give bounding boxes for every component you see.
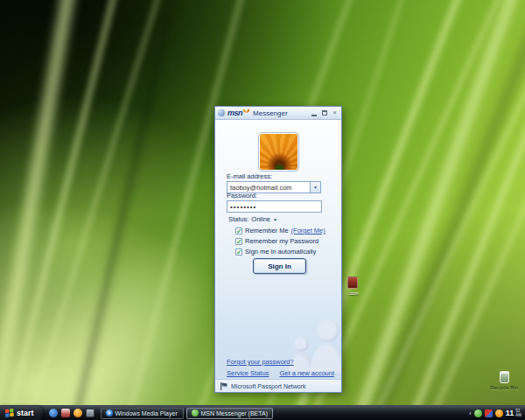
taskbar-task-msn[interactable]: MSN Messenger (BETA) [186, 408, 274, 419]
remember-password-label: Remember my Password [245, 237, 318, 245]
quick-launch-bar [43, 409, 101, 417]
quick-launch-icon-1[interactable] [49, 409, 58, 417]
start-button[interactable]: start [0, 406, 43, 420]
passport-flag-icon [220, 382, 228, 390]
taskbar: start Windows Media Player MSN Messenger… [0, 405, 525, 420]
start-label: start [17, 409, 34, 417]
media-player-icon [106, 410, 113, 416]
window-icon [218, 109, 225, 116]
maximize-button[interactable] [320, 109, 328, 117]
quick-launch-icon-3[interactable] [74, 409, 82, 417]
msn-buddy-icon [192, 410, 199, 416]
quick-launch-icon-4[interactable] [86, 409, 94, 417]
remember-me-label: Remember Me [245, 227, 289, 234]
shortcut-label: ...com [340, 290, 366, 296]
password-input[interactable] [227, 200, 322, 213]
desktop-recycle-bin[interactable]: Recycle Bin [486, 371, 522, 390]
windows-flag-icon [5, 409, 14, 417]
minimize-button[interactable] [310, 109, 318, 117]
remember-me-checkbox[interactable]: ✓ [235, 228, 242, 234]
email-dropdown-button[interactable]: ▼ [310, 181, 321, 193]
quick-launch-icon-2[interactable] [61, 409, 70, 417]
recycle-bin-label: Recycle Bin [486, 385, 522, 390]
task-label: MSN Messenger (BETA) [201, 410, 269, 416]
password-label: Password: [227, 192, 257, 200]
desktop-shortcut-icon[interactable]: ...com [340, 276, 366, 296]
msn-messenger-window: msn Messenger × E-mail address: ▼ Passwo… [214, 106, 342, 393]
close-button[interactable]: × [331, 109, 339, 117]
remember-password-checkbox[interactable]: ✓ [235, 238, 242, 245]
forget-me-link[interactable]: (Forget Me) [291, 227, 326, 234]
auto-signin-checkbox[interactable]: ✓ [235, 248, 242, 256]
tray-expand-chevron[interactable]: ‹ [469, 410, 472, 417]
footer-text: Microsoft Passport Network [231, 383, 306, 389]
maximize-icon [322, 110, 327, 116]
display-picture [258, 132, 299, 172]
status-label: Status: [228, 215, 248, 223]
buddy-watermark-large [310, 319, 341, 375]
forgot-password-link[interactable]: Forgot your password? [227, 358, 294, 366]
service-status-link[interactable]: Service Status [227, 369, 269, 377]
window-footer: Microsoft Passport Network [215, 379, 341, 392]
window-title: Messenger [253, 109, 288, 117]
taskbar-task-wmp[interactable]: Windows Media Player [101, 408, 184, 419]
orange-tray-icon[interactable] [495, 410, 503, 417]
taskbar-clock[interactable]: 11 52 AM [506, 409, 522, 417]
msn-brand-logo: msn [228, 108, 242, 117]
clock-ampm: AM [515, 413, 522, 417]
msn-butterfly-icon [242, 108, 250, 115]
messenger-tray-icon[interactable] [474, 410, 482, 417]
auto-signin-label: Sign me in automatically [245, 248, 316, 256]
minimize-icon [312, 115, 317, 116]
chevron-down-icon: ▼ [313, 185, 318, 190]
status-dropdown[interactable]: Online [251, 215, 270, 223]
email-label: E-mail address: [227, 172, 272, 180]
red-blue-tray-icon[interactable] [485, 410, 493, 417]
recycle-bin-icon [500, 371, 509, 383]
clock-hour: 11 [506, 409, 514, 417]
signin-form: E-mail address: ▼ Password: Status: Onli… [215, 120, 341, 379]
chevron-down-icon: ▼ [273, 217, 277, 222]
desktop: ...com Recycle Bin msn Messenger × E-mai… [0, 0, 525, 420]
sign-in-button[interactable]: Sign In [253, 258, 306, 274]
titlebar[interactable]: msn Messenger × [215, 107, 341, 120]
task-label: Windows Media Player [116, 410, 178, 416]
new-account-link[interactable]: Get a new account [279, 369, 334, 377]
system-tray: ‹ 11 52 AM [469, 409, 525, 417]
shortcut-icon [347, 276, 358, 289]
